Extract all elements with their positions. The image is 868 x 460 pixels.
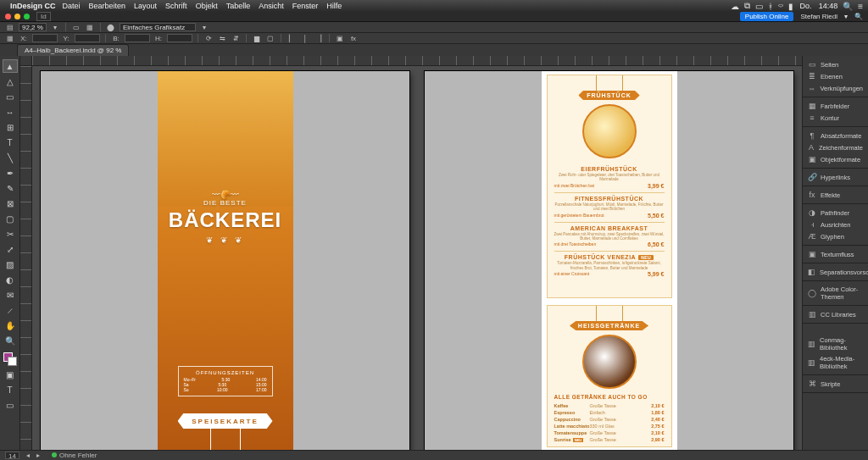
scissors-tool[interactable]: ✂ — [3, 227, 18, 241]
menu-datei[interactable]: Datei — [63, 2, 81, 10]
menu-fenster[interactable]: Fenster — [292, 2, 319, 10]
flip-h-icon[interactable]: ⇋ — [217, 34, 227, 42]
menu-tabelle[interactable]: Tabelle — [226, 2, 251, 10]
gradient-feather-tool[interactable]: ◐ — [3, 273, 18, 286]
align-l-icon[interactable]: ▏ — [287, 34, 297, 42]
menubar-time[interactable]: 14:48 — [819, 2, 838, 10]
rectangle-frame-tool[interactable]: ⊠ — [3, 197, 18, 210]
screen-mode-icon[interactable]: ▭ — [71, 23, 81, 31]
panel-pathfinder[interactable]: ◑Pathfinder — [803, 207, 868, 219]
w-field[interactable] — [125, 34, 150, 42]
fill-stroke-swatch[interactable] — [3, 352, 17, 366]
stroke-icon[interactable]: ▢ — [265, 34, 275, 42]
close-icon[interactable] — [5, 14, 11, 19]
align-c-icon[interactable]: │ — [300, 34, 310, 42]
panel-hyperlinks[interactable]: 🔗Hyperlinks — [803, 171, 868, 183]
panel-verknuepfungen[interactable]: ⟗Verknüpfungen — [803, 82, 868, 94]
spread-2[interactable]: FRÜHSTÜCK EIERFRÜHSTÜCK Zwei Ruhr- oder … — [425, 71, 793, 450]
preflight-status[interactable]: Ohne Fehler — [59, 452, 97, 459]
cloud-icon[interactable]: ☁ — [731, 2, 739, 11]
wifi-icon[interactable]: ⌔ — [778, 2, 783, 11]
page-tool[interactable]: ▭ — [3, 90, 18, 103]
panel-effekte[interactable]: fxEffekte — [803, 189, 868, 201]
panel-conmag-bib[interactable]: ▥Conmag-Bibliothek — [803, 335, 868, 353]
selection-tool[interactable]: ▲ — [3, 59, 18, 73]
page-nav-prev[interactable]: ◂ — [26, 452, 30, 459]
menu-bearbeiten[interactable]: Bearbeiten — [89, 2, 126, 10]
battery-icon[interactable]: ▮ — [788, 2, 793, 11]
page-nav-next[interactable]: ▸ — [36, 452, 40, 459]
ruler-horizontal[interactable] — [32, 56, 802, 66]
panel-separationsvorschau[interactable]: ◧Separationsvorschau — [803, 266, 868, 278]
line-tool[interactable]: ╲ — [3, 151, 18, 164]
panel-ebenen[interactable]: ≣Ebenen — [803, 70, 868, 82]
preflight-icon[interactable]: ⬤ — [106, 23, 116, 31]
panel-color-themen[interactable]: ◯Adobe Color-Themen — [803, 284, 868, 302]
publish-online-button[interactable]: Publish Online — [740, 12, 794, 21]
panel-glyphen[interactable]: ÆGlyphen — [803, 230, 868, 242]
hand-tool[interactable]: ✋ — [3, 319, 18, 332]
panel-textumfluss[interactable]: ▣Textumfluss — [803, 248, 868, 260]
h-field[interactable] — [167, 34, 192, 42]
panel-skripte[interactable]: ⌘Skripte — [803, 378, 868, 390]
eyedropper-tool[interactable]: ⟋ — [3, 303, 18, 317]
fill-icon[interactable]: ▆ — [252, 34, 262, 42]
ruler-origin[interactable] — [20, 56, 32, 66]
app-name[interactable]: InDesign CC — [10, 2, 56, 10]
format-text-icon[interactable]: T — [3, 383, 18, 396]
panel-kontur[interactable]: ≡Kontur — [803, 112, 868, 124]
page-2[interactable]: FRÜHSTÜCK EIERFRÜHSTÜCK Zwei Ruhr- oder … — [542, 71, 677, 450]
flip-v-icon[interactable]: ⇵ — [231, 34, 241, 42]
window-traffic-lights[interactable] — [5, 14, 30, 19]
bluetooth-icon[interactable]: ᚼ — [768, 2, 773, 11]
screen-mode-tool[interactable]: ▭ — [3, 398, 18, 412]
menu-schrift[interactable]: Schrift — [165, 2, 187, 10]
chevron-down-icon[interactable]: ▾ — [199, 23, 209, 31]
canvas[interactable]: 〰🥐〰 DIE BESTE BÄCKEREI ❦ ❦ ❦ ÖFFNUNGSZEI… — [20, 56, 802, 450]
rectangle-tool[interactable]: ▢ — [3, 212, 18, 225]
panel-objektformate[interactable]: ▣Objektformate — [803, 153, 868, 165]
pen-tool[interactable]: ✒ — [3, 166, 18, 180]
page-1[interactable]: 〰🥐〰 DIE BESTE BÄCKEREI ❦ ❦ ❦ ÖFFNUNGSZEI… — [158, 71, 293, 450]
rotate-icon[interactable]: ⟳ — [203, 34, 214, 42]
zoom-icon[interactable] — [24, 14, 30, 19]
gradient-swatch-tool[interactable]: ▨ — [3, 258, 18, 271]
gap-tool[interactable]: ↔ — [3, 105, 18, 119]
help-icon[interactable]: ▾ — [844, 13, 848, 20]
panel-seiten[interactable]: ▭Seiten — [803, 58, 868, 70]
direct-selection-tool[interactable]: △ — [3, 75, 18, 88]
dropbox-icon[interactable]: ⧉ — [744, 1, 750, 11]
view-icon[interactable]: ▤ — [5, 23, 15, 31]
panel-4eck-bib[interactable]: ▥4eck-Media-Bibliothek — [803, 353, 868, 372]
panel-absatzformate[interactable]: ¶Absatzformate — [803, 130, 868, 141]
format-container-icon[interactable]: ▣ — [3, 368, 18, 381]
type-tool[interactable]: T — [3, 136, 18, 149]
user-name[interactable]: Stefan Riedl — [800, 13, 837, 20]
selection-ref-icon[interactable]: ▦ — [5, 34, 15, 42]
textwrap-icon[interactable]: ▣ — [335, 34, 345, 42]
menu-objekt[interactable]: Objekt — [196, 2, 218, 10]
display-icon[interactable]: ▭ — [755, 2, 763, 11]
pencil-tool[interactable]: ✎ — [3, 181, 18, 195]
spotlight-icon[interactable]: 🔍 — [843, 2, 853, 11]
search-icon[interactable]: 🔍 — [854, 13, 863, 20]
chevron-down-icon[interactable]: ▾ — [50, 23, 60, 31]
minimize-icon[interactable] — [14, 14, 20, 19]
notifications-icon[interactable]: ≡ — [858, 2, 863, 11]
arrange-icon[interactable]: ▦ — [85, 23, 95, 31]
content-collector-tool[interactable]: ⊞ — [3, 120, 18, 134]
y-field[interactable] — [75, 34, 100, 42]
panel-zeichenformate[interactable]: AZeichenformate — [803, 141, 868, 153]
free-transform-tool[interactable]: ⤢ — [3, 242, 18, 256]
menu-ansicht[interactable]: Ansicht — [259, 2, 284, 10]
align-r-icon[interactable]: ▕ — [314, 34, 324, 42]
page-nav-field[interactable]: 14 — [5, 452, 19, 459]
panel-cc-libraries[interactable]: ▥CC Libraries — [803, 308, 868, 320]
zoom-field[interactable]: 92,2 % — [19, 23, 47, 31]
menubar-day[interactable]: Do. — [800, 2, 812, 10]
x-field[interactable] — [32, 34, 58, 42]
menu-layout[interactable]: Layout — [134, 2, 157, 10]
panel-ausrichten[interactable]: ⫞Ausrichten — [803, 219, 868, 230]
menu-hilfe[interactable]: Hilfe — [326, 2, 342, 10]
panel-farbfelder[interactable]: ▦Farbfelder — [803, 100, 868, 112]
